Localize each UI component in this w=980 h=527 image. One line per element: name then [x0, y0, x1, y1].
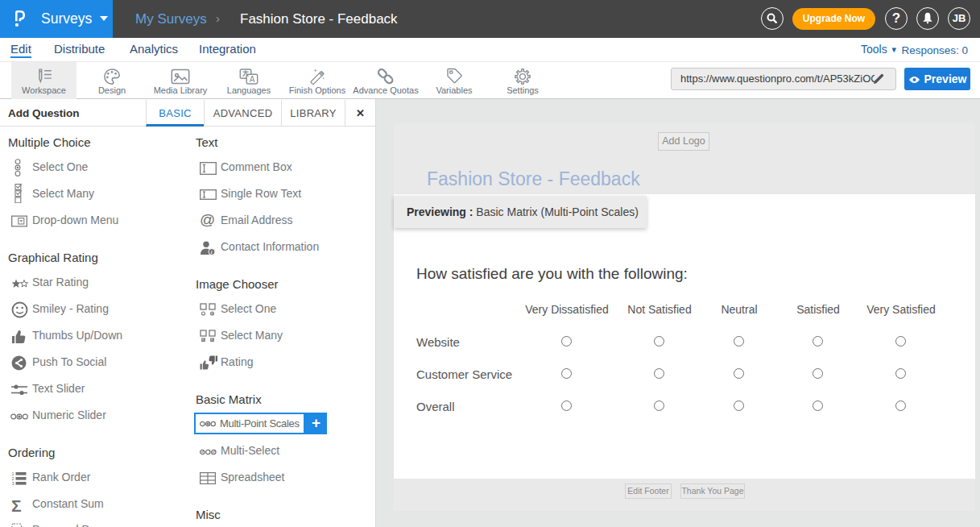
svg-text:3: 3 — [12, 481, 14, 485]
svg-text:i: i — [211, 249, 213, 255]
svg-text:A: A — [250, 75, 255, 84]
